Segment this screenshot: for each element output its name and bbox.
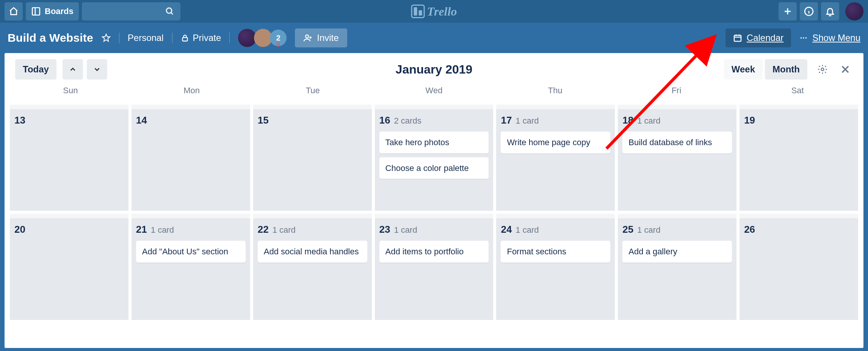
user-avatar[interactable] — [845, 2, 863, 20]
calendar-card[interactable]: Add social media handles — [258, 241, 367, 263]
invite-button[interactable]: Invite — [295, 28, 347, 47]
weekday-label: Sat — [737, 86, 858, 102]
svg-point-4 — [306, 35, 309, 38]
day-number: 17 — [501, 114, 512, 126]
info-button[interactable] — [800, 2, 818, 20]
gear-icon — [817, 64, 828, 75]
calendar-weeks: 131415162 cardsTake hero photosChoose a … — [5, 105, 863, 320]
search-input[interactable] — [82, 2, 180, 20]
chevron-up-icon — [69, 65, 77, 74]
calendar-card[interactable]: Add items to portfolio — [379, 241, 489, 263]
day-number: 22 — [258, 224, 269, 235]
calendar-day[interactable]: 231 cardAdd items to portfolio — [375, 214, 494, 320]
day-card-count: 1 card — [515, 225, 539, 235]
day-number: 19 — [744, 114, 755, 126]
today-button[interactable]: Today — [15, 59, 56, 80]
day-card-count: 2 cards — [394, 116, 421, 126]
star-icon — [102, 33, 111, 42]
day-card-count: 1 card — [273, 225, 296, 235]
calendar-day[interactable]: 171 cardWrite home page copy — [496, 105, 615, 211]
next-period-button[interactable] — [87, 59, 107, 80]
calendar-day[interactable]: 20 — [10, 214, 128, 320]
trello-logo-text: Trello — [427, 5, 457, 19]
calendar-card[interactable]: Take hero photos — [379, 132, 489, 154]
day-card-count: 1 card — [637, 116, 660, 126]
calendar-day[interactable]: 14 — [132, 105, 250, 211]
board-title: Build a Website — [8, 31, 93, 44]
dots-icon — [799, 34, 808, 42]
svg-point-9 — [821, 68, 824, 71]
day-number: 26 — [744, 224, 755, 235]
trello-logo: Trello — [411, 5, 457, 19]
weekday-label: Sun — [10, 86, 131, 102]
search-icon — [165, 7, 174, 16]
close-icon — [840, 64, 851, 75]
day-number: 15 — [258, 114, 269, 126]
calendar-icon — [733, 33, 742, 42]
member-avatar[interactable] — [254, 29, 272, 47]
prev-period-button[interactable] — [63, 59, 83, 80]
boards-label: Boards — [45, 6, 74, 16]
svg-point-8 — [805, 37, 807, 39]
calendar-day[interactable]: 181 cardBuild database of links — [618, 105, 736, 211]
week-view-button[interactable]: Week — [724, 59, 763, 80]
day-number: 24 — [501, 224, 512, 235]
calendar-powerup-button[interactable]: Calendar — [725, 28, 791, 47]
plus-icon — [783, 7, 792, 16]
weekday-label: Mon — [131, 86, 252, 102]
weekday-label: Thu — [495, 86, 616, 102]
day-number: 18 — [622, 114, 633, 126]
calendar-day[interactable]: 211 cardAdd "About Us" section — [132, 214, 250, 320]
privacy-button[interactable]: Private — [181, 33, 221, 43]
calendar-day[interactable]: 15 — [253, 105, 372, 211]
calendar-settings-button[interactable] — [815, 62, 830, 77]
home-button[interactable] — [5, 2, 23, 20]
member-stack: 2 — [238, 29, 287, 47]
member-avatar[interactable] — [238, 29, 256, 47]
member-count[interactable]: 2 — [270, 30, 287, 46]
calendar-card[interactable]: Choose a color palette — [379, 157, 489, 179]
month-view-button[interactable]: Month — [765, 59, 807, 80]
lock-icon — [181, 34, 189, 42]
weekday-label: Fri — [616, 86, 737, 102]
calendar-day[interactable]: 26 — [740, 214, 858, 320]
calendar-day[interactable]: 13 — [10, 105, 128, 211]
add-member-icon — [303, 33, 312, 42]
add-button[interactable] — [779, 2, 797, 20]
notifications-button[interactable] — [821, 2, 839, 20]
day-number: 16 — [379, 114, 390, 126]
divider — [119, 33, 119, 43]
day-card-count: 1 card — [637, 225, 660, 235]
boards-icon — [31, 6, 41, 16]
close-calendar-button[interactable] — [838, 62, 853, 77]
star-board-button[interactable] — [102, 33, 111, 42]
day-card-count: 1 card — [151, 225, 174, 235]
day-number: 13 — [14, 114, 25, 126]
chevrons-down-icon — [275, 41, 282, 48]
calendar-card[interactable]: Format sections — [501, 241, 610, 263]
calendar-day[interactable]: 19 — [740, 105, 858, 211]
calendar-card[interactable]: Add "About Us" section — [136, 241, 246, 263]
svg-rect-0 — [32, 8, 40, 15]
svg-point-7 — [803, 37, 804, 39]
calendar-week: 131415162 cardsTake hero photosChoose a … — [10, 105, 858, 211]
calendar-card[interactable]: Build database of links — [622, 132, 732, 154]
calendar-card[interactable]: Write home page copy — [501, 132, 610, 154]
calendar-week: 20211 cardAdd "About Us" section221 card… — [10, 214, 858, 320]
weekday-header-row: Sun Mon Tue Wed Thu Fri Sat — [5, 86, 863, 102]
calendar-day[interactable]: 162 cardsTake hero photosChoose a color … — [375, 105, 494, 211]
boards-button[interactable]: Boards — [26, 2, 79, 20]
day-number: 23 — [379, 224, 390, 235]
calendar-day[interactable]: 221 cardAdd social media handles — [253, 214, 372, 320]
show-menu-button[interactable]: Show Menu — [799, 33, 860, 43]
calendar-card[interactable]: Add a gallery — [622, 241, 732, 263]
calendar-label: Calendar — [747, 33, 783, 43]
day-card-count: 1 card — [394, 225, 417, 235]
team-visibility-button[interactable]: Personal — [128, 33, 164, 43]
calendar-day[interactable]: 251 cardAdd a gallery — [618, 214, 736, 320]
chevron-down-icon — [93, 65, 101, 74]
weekday-label: Wed — [373, 86, 495, 102]
calendar-day[interactable]: 241 cardFormat sections — [496, 214, 615, 320]
calendar-panel: Today January 2019 Week Month Sun Mon Tu… — [5, 53, 863, 348]
privacy-label: Private — [193, 33, 221, 43]
